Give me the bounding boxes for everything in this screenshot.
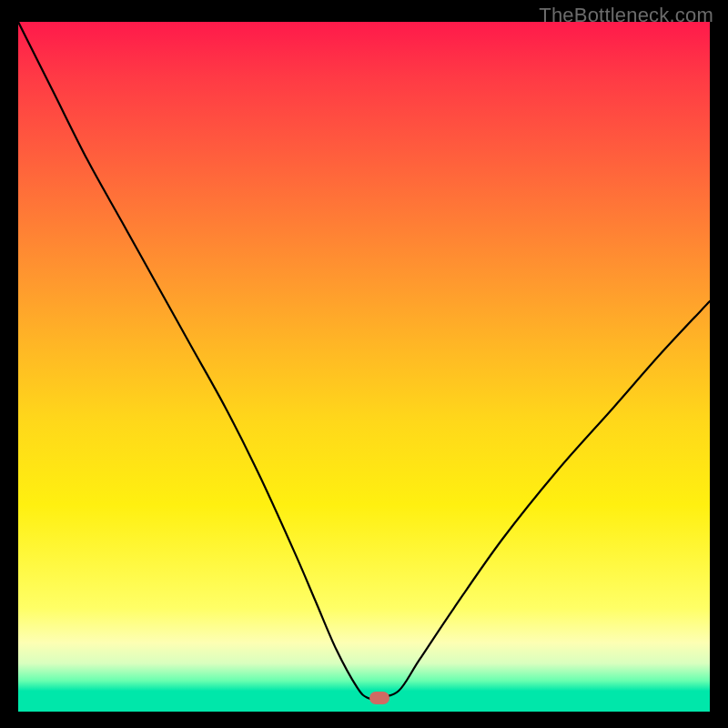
plot-area bbox=[18, 22, 710, 712]
chart-frame: TheBottleneck.com bbox=[0, 0, 728, 728]
watermark-text: TheBottleneck.com bbox=[539, 4, 713, 27]
curve-svg bbox=[18, 22, 710, 712]
bottleneck-curve-path bbox=[18, 22, 710, 699]
optimal-marker bbox=[369, 692, 389, 704]
